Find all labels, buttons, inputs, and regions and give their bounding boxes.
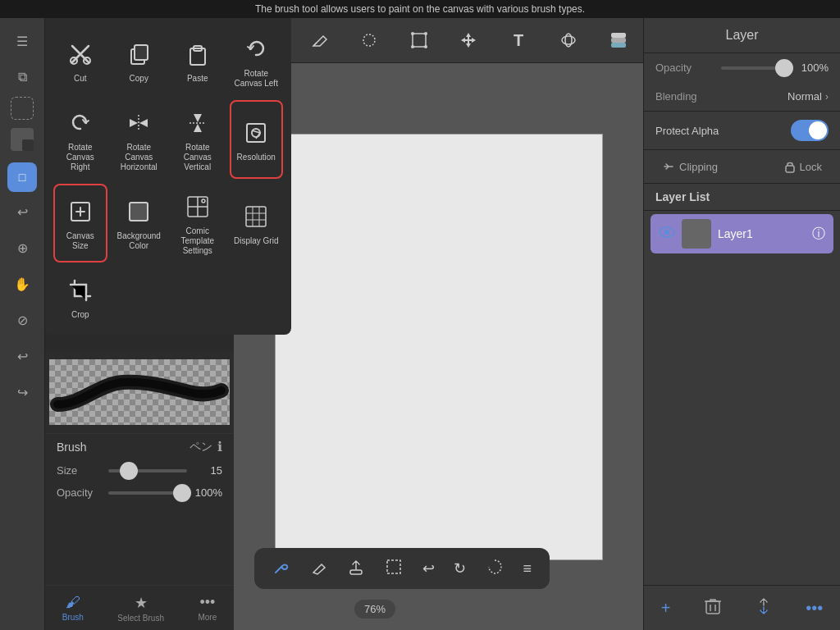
svg-rect-35: [350, 570, 362, 574]
lasso-icon[interactable]: [354, 25, 384, 55]
layer-eye-icon[interactable]: [659, 226, 675, 242]
copy-menu-item[interactable]: Copy: [112, 26, 167, 95]
more-tab-label: More: [198, 613, 217, 622]
size-value: 15: [194, 464, 222, 477]
smudge-icon[interactable]: [554, 25, 583, 55]
svg-point-39: [664, 230, 669, 235]
svg-rect-40: [706, 601, 719, 614]
layer-list-title: Layer List: [655, 190, 710, 203]
pen-icon[interactable]: [304, 25, 334, 55]
menu-bottom-icon[interactable]: ≡: [523, 560, 532, 578]
tab-more[interactable]: ••• More: [191, 591, 223, 625]
undo-bottom-icon[interactable]: ↩: [422, 559, 435, 578]
rotate-canvas-horizontal-item[interactable]: Rotate Canvas Horizontal: [112, 100, 167, 179]
layer-thumbnail: [682, 219, 711, 249]
flip-v-icon: [181, 107, 214, 139]
svg-rect-36: [387, 560, 400, 573]
move-layer-icon[interactable]: [756, 597, 772, 619]
svg-point-8: [424, 32, 427, 35]
eyedropper-icon[interactable]: ⊘: [6, 304, 39, 336]
rotate-right-icon: [64, 107, 97, 139]
opacity-label: Opacity: [655, 62, 713, 74]
brush-tab-icon: 🖌: [66, 594, 80, 611]
move-icon[interactable]: ⊕: [6, 231, 39, 264]
resolution-icon: [240, 116, 272, 149]
brush-title: Brush: [57, 441, 185, 454]
right-panel-bottom: + •••: [644, 585, 840, 630]
svg-rect-22: [247, 124, 265, 142]
transform-icon[interactable]: [404, 25, 434, 55]
add-layer-icon[interactable]: +: [661, 599, 671, 618]
opacity-thumb[interactable]: [173, 484, 191, 502]
paste-label: Paste: [187, 74, 208, 84]
tooltip-text: The brush tool allows users to paint on …: [255, 3, 585, 15]
canvas-area[interactable]: [234, 63, 643, 630]
crop-menu-item[interactable]: Crop: [53, 267, 107, 326]
size-thumb[interactable]: [120, 462, 138, 480]
svg-rect-19: [135, 45, 148, 60]
blending-row[interactable]: Blending Normal ›: [644, 82, 840, 112]
display-grid-item[interactable]: Display Grid: [230, 184, 284, 262]
opacity-slider-container: [721, 66, 793, 70]
layer-header: Layer: [644, 18, 840, 53]
undo2-icon[interactable]: ↩: [6, 340, 39, 372]
more-layer-icon[interactable]: •••: [806, 599, 823, 618]
rotate-canvas-left-item[interactable]: Rotate Canvas Left: [230, 26, 284, 95]
clipping-label: Clipping: [679, 161, 718, 173]
active-tool-icon[interactable]: □: [7, 162, 37, 192]
eraser-bottom-icon[interactable]: [310, 558, 328, 580]
layer-item[interactable]: Layer1 ⓘ: [651, 214, 833, 253]
opacity-slider-thumb[interactable]: [775, 59, 793, 77]
svg-point-10: [424, 45, 427, 48]
opacity-label: Opacity: [57, 486, 102, 499]
opacity-slider[interactable]: [108, 491, 187, 495]
rotate-left-icon: [240, 33, 272, 66]
svg-point-9: [411, 45, 414, 48]
marquee-icon[interactable]: [11, 97, 34, 120]
paste-icon: [181, 38, 214, 71]
rotate-canvas-vertical-item[interactable]: Rotate Canvas Vertical: [171, 100, 225, 179]
clipping-button[interactable]: Clipping: [655, 157, 724, 176]
delete-layer-icon[interactable]: [705, 597, 721, 619]
cut-menu-item[interactable]: Cut: [53, 26, 107, 95]
dropdown-grid: Cut Copy Paste Rotate Canvas Left: [53, 26, 283, 326]
svg-point-29: [202, 199, 205, 203]
undo-icon[interactable]: ↩: [6, 195, 39, 228]
left-sidebar: ☰ ⧉ □ ↩ ⊕ ✋ ⊘ ↩ ↪: [0, 18, 45, 630]
hand-icon[interactable]: ✋: [6, 267, 39, 300]
move-tool-icon[interactable]: [454, 25, 483, 55]
opacity-value: 100%: [801, 62, 829, 74]
layers-panel-icon[interactable]: ⧉: [6, 61, 39, 94]
color-icon[interactable]: [6, 123, 39, 156]
canvas-white[interactable]: [275, 134, 603, 560]
lock-button[interactable]: Lock: [778, 157, 829, 176]
paste-menu-item[interactable]: Paste: [171, 26, 225, 95]
lock-label: Lock: [800, 161, 822, 173]
rotate-canvas-right-item[interactable]: Rotate Canvas Right: [53, 100, 107, 179]
comic-template-item[interactable]: Comic Template Settings: [171, 184, 225, 262]
layer-title: Layer: [725, 28, 758, 42]
text-icon[interactable]: T: [504, 25, 533, 55]
rect-select-bottom-icon[interactable]: [385, 558, 403, 580]
background-color-item[interactable]: Background Color: [112, 184, 167, 262]
redo-icon[interactable]: ↪: [6, 376, 39, 409]
brush-info-icon[interactable]: ℹ: [217, 439, 222, 454]
redo-bottom-icon[interactable]: ↻: [454, 559, 466, 578]
layers-top-icon[interactable]: [604, 25, 633, 55]
upload-bottom-icon[interactable]: [347, 558, 365, 580]
resolution-menu-item[interactable]: Resolution: [230, 100, 284, 179]
tab-select-brush[interactable]: ★ Select Brush: [111, 591, 171, 626]
blending-chevron-icon: ›: [825, 91, 829, 103]
flip-v-label: Rotate Canvas Vertical: [174, 143, 221, 172]
resolution-label: Resolution: [237, 153, 276, 162]
size-slider[interactable]: [108, 469, 187, 472]
opacity-slider-track[interactable]: [721, 66, 793, 70]
layer-info-icon[interactable]: ⓘ: [812, 226, 825, 243]
svg-point-7: [411, 32, 414, 35]
menu-icon[interactable]: ☰: [6, 25, 39, 57]
brush-bottom-icon[interactable]: [272, 558, 290, 580]
canvas-size-menu-item[interactable]: Canvas Size: [53, 184, 107, 262]
tab-brush[interactable]: 🖌 Brush: [56, 591, 90, 625]
protect-alpha-toggle[interactable]: [791, 120, 829, 141]
lasso-bottom-icon[interactable]: [486, 558, 504, 580]
